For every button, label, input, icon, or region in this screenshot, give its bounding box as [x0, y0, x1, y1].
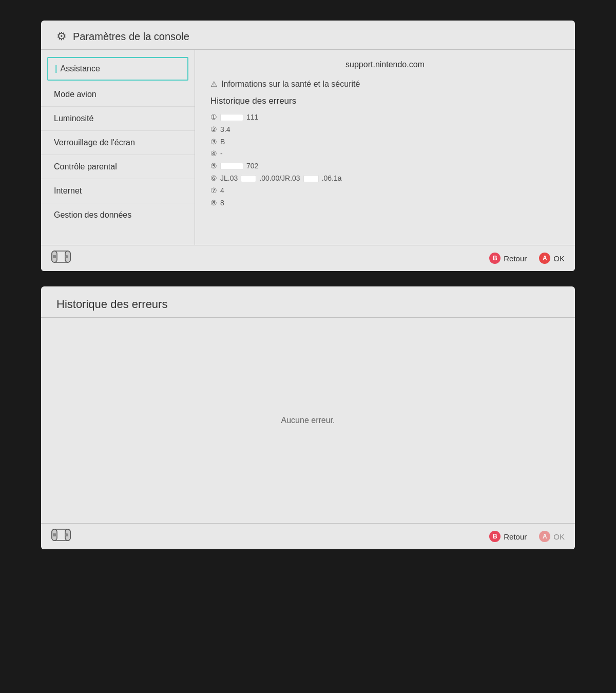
bottom-screen-footer: B Retour A OK	[41, 523, 575, 549]
top-screen: ⚙ Paramètres de la console Assistance Mo…	[41, 21, 575, 271]
svg-rect-8	[53, 533, 56, 536]
gear-icon: ⚙	[56, 30, 67, 43]
switch-icon-top	[51, 251, 71, 266]
svg-point-4	[65, 255, 68, 258]
back-label-bottom: Retour	[504, 532, 527, 541]
right-panel: support.nintendo.com ⚠ Informations sur …	[195, 50, 575, 245]
error-history-page-title: Historique des erreurs	[56, 298, 167, 311]
ok-label-bottom: OK	[553, 532, 565, 541]
health-safety-label: Informations sur la santé et la sécurité	[221, 80, 360, 89]
support-url: support.nintendo.com	[210, 60, 560, 69]
error-item-5: ⑤ 702	[210, 160, 560, 172]
b-button-bottom[interactable]: B	[489, 531, 500, 542]
error-num-2: ②	[210, 124, 217, 136]
error-num-1: ①	[210, 111, 217, 124]
bottom-screen: Historique des erreurs Aucune erreur. B …	[41, 286, 575, 549]
screen-content: Assistance Mode avion Luminosité Verroui…	[41, 50, 575, 245]
sidebar-item-gestion-donnees[interactable]: Gestion des données	[41, 203, 195, 227]
sidebar-item-mode-avion[interactable]: Mode avion	[41, 83, 195, 107]
screen-header: ⚙ Paramètres de la console	[41, 21, 575, 50]
redacted-6a	[241, 175, 256, 182]
sidebar-item-verrouillage[interactable]: Verrouillage de l'écran	[41, 131, 195, 155]
error-item-6: ⑥ JL.03 .00.00/JR.03 .06.1a	[210, 172, 560, 185]
footer-buttons-bottom: B Retour A OK	[489, 531, 565, 542]
btn-back-top[interactable]: B Retour	[489, 253, 527, 264]
sidebar-item-controle-parental[interactable]: Contrôle parental	[41, 155, 195, 179]
btn-back-bottom[interactable]: B Retour	[489, 531, 527, 542]
back-label-top: Retour	[504, 254, 527, 263]
error-item-3: ③ B	[210, 136, 560, 148]
error-item-4: ④ -	[210, 148, 560, 160]
svg-point-9	[65, 533, 68, 536]
error-item-1: ① 111	[210, 111, 560, 124]
error-list: ① 111 ② 3.4 ③ B ④ - ⑤	[210, 111, 560, 209]
ok-label-top: OK	[553, 254, 565, 263]
error-num-8: ⑧	[210, 197, 217, 209]
sidebar: Assistance Mode avion Luminosité Verroui…	[41, 50, 195, 245]
btn-ok-bottom[interactable]: A OK	[539, 531, 565, 542]
b-button-top[interactable]: B	[489, 253, 500, 264]
error-item-7: ⑦ 4	[210, 185, 560, 197]
error-history-title: Historique des erreurs	[210, 96, 560, 106]
error-item-2: ② 3.4	[210, 124, 560, 136]
redacted-6b	[303, 175, 319, 182]
no-error-message: Aucune erreur.	[281, 416, 335, 425]
top-screen-footer: B Retour A OK	[41, 245, 575, 271]
btn-ok-top[interactable]: A OK	[539, 253, 565, 264]
health-safety-section: ⚠ Informations sur la santé et la sécuri…	[210, 80, 560, 89]
warning-icon: ⚠	[210, 80, 217, 89]
bottom-content: Aucune erreur.	[41, 318, 575, 523]
error-num-3: ③	[210, 136, 217, 148]
error-num-6: ⑥	[210, 172, 217, 185]
error-num-5: ⑤	[210, 160, 217, 172]
redacted-5	[220, 163, 243, 170]
a-button-top[interactable]: A	[539, 253, 550, 264]
bottom-header: Historique des erreurs	[41, 286, 575, 318]
sidebar-item-internet[interactable]: Internet	[41, 179, 195, 203]
error-num-4: ④	[210, 148, 217, 160]
footer-buttons-top: B Retour A OK	[489, 253, 565, 264]
sidebar-item-assistance[interactable]: Assistance	[47, 57, 188, 81]
a-button-bottom[interactable]: A	[539, 531, 550, 542]
page-title: Paramètres de la console	[73, 31, 189, 43]
error-item-8: ⑧ 8	[210, 197, 560, 209]
redacted-1	[220, 114, 243, 121]
sidebar-item-luminosite[interactable]: Luminosité	[41, 107, 195, 131]
switch-icon-bottom	[51, 529, 71, 544]
error-num-7: ⑦	[210, 185, 217, 197]
svg-rect-3	[53, 255, 56, 258]
